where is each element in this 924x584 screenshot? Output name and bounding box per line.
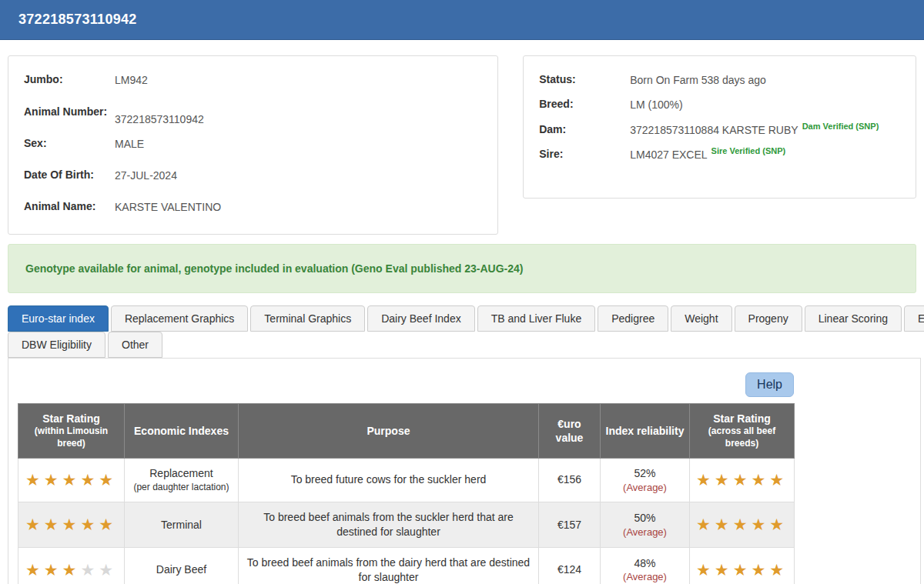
breed-label: Breed: <box>539 96 630 112</box>
star-filled-icon: ★ <box>80 516 99 533</box>
tab-replacement-graphics[interactable]: Replacement Graphics <box>111 305 248 332</box>
tab-euro-star-index[interactable]: Euro-star index <box>8 305 109 332</box>
sire-label: Sire: <box>539 146 630 162</box>
info-row-dob: Date Of Birth: 27-JUL-2024 <box>24 167 482 190</box>
sex-value: MALE <box>115 135 144 152</box>
star-empty-icon: ★ <box>99 561 117 579</box>
star-filled-icon: ★ <box>44 516 62 533</box>
col-header-purpose: Purpose <box>239 404 539 458</box>
dairy-beef-euro-value: €124 <box>539 547 601 584</box>
col-header-star-rating-across: Star Rating(across all beef breeds) <box>690 404 795 458</box>
help-button-row: Help <box>18 372 794 397</box>
dob-label: Date Of Birth: <box>24 167 115 182</box>
tab-linear-scoring[interactable]: Linear Scoring <box>805 305 902 332</box>
star-filled-icon: ★ <box>733 516 752 533</box>
dairy-beef-stars-within: ★★★★★ <box>18 547 125 584</box>
terminal-reliability: 50%(Average) <box>601 502 690 548</box>
dairy-beef-index-name: Dairy Beef <box>125 547 239 584</box>
info-row-jumbo: Jumbo: LM942 <box>24 72 482 95</box>
star-filled-icon: ★ <box>696 561 715 579</box>
info-row-animal-name: Animal Name: KARSTE VALENTINO <box>24 199 482 222</box>
star-filled-icon: ★ <box>751 561 769 579</box>
info-row-status: Status: Born On Farm 538 days ago <box>539 72 900 88</box>
dam-value: 372218573110884 KARSTE RUBYDam Verified … <box>630 122 879 138</box>
star-filled-icon: ★ <box>751 516 769 533</box>
terminal-stars-across: ★★★★★ <box>690 502 795 548</box>
help-button[interactable]: Help <box>745 372 794 397</box>
terminal-purpose: To breed beef animals from the suckler h… <box>239 502 539 548</box>
info-row-breed: Breed: LM (100%) <box>539 96 900 112</box>
tab-row-1: Euro-star index Replacement Graphics Ter… <box>8 305 924 332</box>
euro-star-tab-content: Help Star Rating(within Limousin breed) … <box>8 358 921 584</box>
star-filled-icon: ★ <box>751 471 769 489</box>
tab-dbw-eligibility[interactable]: DBW Eligibility <box>8 332 105 358</box>
star-filled-icon: ★ <box>44 471 62 489</box>
star-filled-icon: ★ <box>733 471 752 489</box>
table-row-replacement: ★★★★★ Replacement(per daughter lactation… <box>18 458 795 502</box>
star-filled-icon: ★ <box>25 471 44 489</box>
jumbo-label: Jumbo: <box>24 72 115 87</box>
replacement-stars-across: ★★★★★ <box>690 458 795 502</box>
terminal-euro-value: €157 <box>539 502 601 548</box>
col-header-index-reliability: Index reliability <box>601 404 690 458</box>
star-filled-icon: ★ <box>62 516 81 533</box>
terminal-index-name: Terminal <box>125 502 239 548</box>
replacement-index-name: Replacement(per daughter lactation) <box>125 458 239 502</box>
animal-number-value: 372218573110942 <box>115 104 204 127</box>
star-filled-icon: ★ <box>62 561 81 579</box>
replacement-euro-value: €156 <box>539 458 601 502</box>
tab-eval[interactable]: Eval <box>904 305 924 332</box>
breed-value: LM (100%) <box>630 96 682 112</box>
table-header-row: Star Rating(within Limousin breed) Econo… <box>18 404 795 458</box>
star-filled-icon: ★ <box>80 471 99 489</box>
terminal-stars-within: ★★★★★ <box>18 502 125 548</box>
star-filled-icon: ★ <box>715 516 733 533</box>
star-filled-icon: ★ <box>769 471 788 489</box>
star-filled-icon: ★ <box>99 471 117 489</box>
dam-verified-badge: Dam Verified (SNP) <box>802 122 879 131</box>
dairy-beef-reliability: 48%(Average) <box>601 547 690 584</box>
euro-star-index-table: Star Rating(within Limousin breed) Econo… <box>18 403 795 584</box>
genotype-banner: Genotype available for animal, genotype … <box>8 244 916 293</box>
dob-value: 27-JUL-2024 <box>115 167 177 183</box>
star-filled-icon: ★ <box>769 561 788 579</box>
replacement-stars-within: ★★★★★ <box>18 458 125 502</box>
star-filled-icon: ★ <box>62 471 81 489</box>
animal-number-label: Animal Number: <box>24 104 115 119</box>
tab-pedigree[interactable]: Pedigree <box>598 305 668 332</box>
tab-progeny[interactable]: Progeny <box>735 305 802 332</box>
col-header-euro-value: €uro value <box>539 404 601 458</box>
animal-name-value: KARSTE VALENTINO <box>115 199 221 215</box>
info-row-sire: Sire: LM4027 EXCELSire Verified (SNP) <box>539 146 900 162</box>
tab-row-2: DBW Eligibility Other <box>8 332 924 358</box>
dam-label: Dam: <box>539 122 630 138</box>
page-title: 372218573110942 <box>18 12 137 28</box>
top-header-bar: 372218573110942 <box>0 0 924 40</box>
star-filled-icon: ★ <box>696 516 715 533</box>
star-filled-icon: ★ <box>25 516 44 533</box>
table-row-terminal: ★★★★★ Terminal To breed beef animals fro… <box>18 502 795 548</box>
info-row-animal-number: Animal Number: 372218573110942 <box>24 104 482 127</box>
tab-weight[interactable]: Weight <box>671 305 732 332</box>
star-filled-icon: ★ <box>715 471 733 489</box>
star-filled-icon: ★ <box>25 561 44 579</box>
col-header-economic-indexes: Economic Indexes <box>125 404 239 458</box>
dairy-beef-purpose: To breed beef animals from the dairy her… <box>239 547 539 584</box>
star-filled-icon: ★ <box>99 516 117 533</box>
table-row-dairy-beef: ★★★★★ Dairy Beef To breed beef animals f… <box>18 547 795 584</box>
sex-label: Sex: <box>24 135 115 151</box>
replacement-reliability: 52%(Average) <box>601 458 690 502</box>
star-filled-icon: ★ <box>44 561 62 579</box>
tab-tb-liver-fluke[interactable]: TB and Liver Fluke <box>477 305 596 332</box>
tab-terminal-graphics[interactable]: Terminal Graphics <box>250 305 365 332</box>
info-cards: Jumbo: LM942 Animal Number: 372218573110… <box>8 55 916 235</box>
tab-dairy-beef-index[interactable]: Dairy Beef Index <box>367 305 475 332</box>
tab-other[interactable]: Other <box>108 332 162 358</box>
tab-navigation: Euro-star index Replacement Graphics Ter… <box>8 305 924 358</box>
sire-value: LM4027 EXCELSire Verified (SNP) <box>630 146 785 162</box>
replacement-purpose: To breed future cows for the suckler her… <box>239 458 539 502</box>
jumbo-value: LM942 <box>115 72 148 88</box>
dairy-beef-stars-across: ★★★★★ <box>690 547 795 584</box>
animal-name-label: Animal Name: <box>24 199 115 214</box>
genotype-banner-text: Genotype available for animal, genotype … <box>25 262 523 275</box>
